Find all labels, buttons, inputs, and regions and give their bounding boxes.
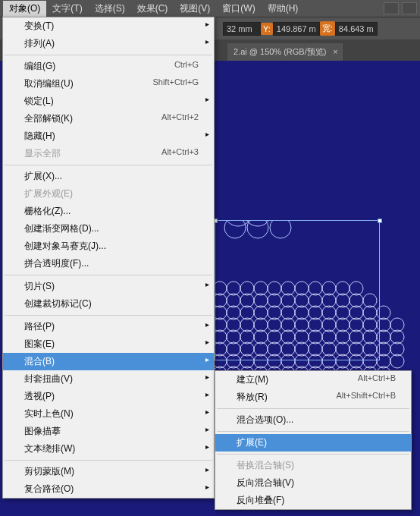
menu-item-label: 扩展(X)... [24, 170, 62, 183]
menu-item-label: 全部解锁(K) [24, 112, 73, 125]
selection-box [215, 220, 380, 360]
menu-separator [217, 454, 409, 455]
svg-point-68 [390, 330, 404, 344]
menu-separator [5, 55, 212, 55]
menu-separator [217, 431, 409, 432]
menu-item: 扩展外观(E) [3, 185, 214, 203]
menu-separator [217, 408, 409, 409]
menu-item-label: 文本绕排(W) [24, 442, 75, 455]
menu-item[interactable]: 混合(B) [3, 353, 214, 370]
menu-item-label: 隐藏(H) [24, 130, 55, 143]
menu-separator [5, 315, 212, 316]
menu-item-label: 变换(T) [24, 20, 54, 33]
menubar-item-view[interactable]: 视图(V) [174, 1, 216, 17]
menu-item-label: 混合(B) [24, 355, 55, 368]
menu-item[interactable]: 创建对象马赛克(J)... [3, 238, 214, 255]
selection-handle-tr[interactable] [378, 219, 382, 223]
menu-item[interactable]: 拼合透明度(F)... [3, 255, 214, 272]
menubar: 对象(O) 文字(T) 选择(S) 效果(C) 视图(V) 窗口(W) 帮助(H… [0, 0, 420, 17]
menu-item[interactable]: 切片(S) [3, 278, 214, 295]
menu-item[interactable]: 取消编组(U)Shift+Ctrl+G [3, 75, 214, 93]
menu-item-label: 复合路径(O) [24, 483, 74, 496]
menu-item-label: 封套扭曲(V) [24, 373, 73, 385]
menu-item-label: 透视(P) [24, 390, 55, 403]
menu-item[interactable]: 隐藏(H) [3, 127, 214, 145]
y-value[interactable]: 149.867 m [273, 22, 320, 36]
menu-item-label: 排列(A) [24, 37, 55, 50]
menu-item[interactable]: 编组(G)Ctrl+G [3, 58, 214, 75]
menubar-item-type[interactable]: 文字(T) [46, 1, 88, 17]
submenu-item[interactable]: 扩展(E) [215, 434, 411, 452]
submenu-item-shortcut: Alt+Shift+Ctrl+B [336, 391, 396, 404]
menu-item-label: 剪切蒙版(M) [24, 465, 74, 478]
submenu-item-label: 建立(M) [237, 373, 268, 386]
menu-item-label: 创建对象马赛克(J)... [24, 240, 106, 253]
tab-close-icon[interactable]: × [334, 48, 338, 56]
w-value[interactable]: 84.643 m [335, 22, 378, 36]
submenu-item[interactable]: 反向混合轴(V) [215, 474, 411, 492]
menu-item[interactable]: 栅格化(Z)... [3, 203, 214, 220]
menu-item[interactable]: 变换(T) [3, 17, 214, 35]
menu-item[interactable]: 透视(P) [3, 388, 214, 405]
menu-item[interactable]: 图案(E) [3, 335, 214, 353]
submenu-item-label: 反向混合轴(V) [237, 477, 294, 489]
y-label: Y: [261, 23, 273, 35]
arrange-icon[interactable] [402, 2, 417, 14]
menu-item-label: 栅格化(Z)... [24, 205, 71, 218]
menubar-item-effect[interactable]: 效果(C) [131, 1, 174, 17]
submenu-item-label: 扩展(E) [237, 436, 267, 449]
menu-item[interactable]: 创建裁切标记(C) [3, 295, 214, 313]
document-tab[interactable]: 2.ai @ 150% (RGB/预览) × [227, 43, 344, 61]
menu-item[interactable]: 封套扭曲(V) [3, 370, 214, 388]
w-label: 宽: [320, 21, 335, 36]
menu-item-label: 编组(G) [24, 60, 55, 73]
menu-item-shortcut: Shift+Ctrl+G [152, 77, 199, 90]
menu-item-label: 创建裁切标记(C) [24, 297, 92, 310]
menu-item-label: 显示全部 [24, 147, 61, 160]
tab-label: 2.ai @ 150% (RGB/预览) [234, 47, 326, 56]
menu-item[interactable]: 图像描摹 [3, 423, 214, 440]
menu-item-shortcut: Alt+Ctrl+2 [161, 112, 199, 125]
menu-item[interactable]: 全部解锁(K)Alt+Ctrl+2 [3, 110, 214, 127]
menu-item[interactable]: 排列(A) [3, 35, 214, 52]
submenu-item[interactable]: 反向堆叠(F) [215, 492, 411, 509]
svg-point-54 [390, 318, 404, 332]
submenu-item-label: 释放(R) [237, 391, 268, 404]
workspace-icon[interactable] [384, 2, 399, 14]
menu-item-label: 图案(E) [24, 338, 55, 351]
menu-item[interactable]: 文本绕排(W) [3, 440, 214, 458]
menu-item[interactable]: 剪切蒙版(M) [3, 463, 214, 480]
menu-item-label: 切片(S) [24, 280, 55, 293]
menu-item[interactable]: 创建渐变网格(D)... [3, 220, 214, 238]
x-value[interactable]: 32 mm [223, 22, 261, 36]
menu-item[interactable]: 锁定(L) [3, 93, 214, 110]
object-menu: 变换(T)排列(A)编组(G)Ctrl+G取消编组(U)Shift+Ctrl+G… [2, 17, 215, 499]
submenu-item-shortcut: Alt+Ctrl+B [358, 373, 396, 386]
svg-point-96 [390, 354, 404, 368]
menubar-item-help[interactable]: 帮助(H) [262, 1, 305, 17]
submenu-item-label: 替换混合轴(S) [237, 459, 294, 472]
submenu-item[interactable]: 释放(R)Alt+Shift+Ctrl+B [215, 389, 411, 406]
submenu-item: 替换混合轴(S) [215, 457, 411, 474]
menu-item-label: 扩展外观(E) [24, 187, 73, 200]
submenu-item[interactable]: 混合选项(O)... [215, 411, 411, 429]
menu-separator [5, 460, 212, 461]
menubar-item-window[interactable]: 窗口(W) [216, 1, 261, 17]
submenu-item[interactable]: 建立(M)Alt+Ctrl+B [215, 371, 411, 389]
menu-item: 显示全部Alt+Ctrl+3 [3, 145, 214, 162]
menu-item[interactable]: 复合路径(O) [3, 480, 214, 498]
menu-item-shortcut: Alt+Ctrl+3 [161, 147, 199, 160]
blend-submenu: 建立(M)Alt+Ctrl+B释放(R)Alt+Shift+Ctrl+B混合选项… [215, 370, 412, 510]
menu-item[interactable]: 实时上色(N) [3, 405, 214, 423]
submenu-item-label: 反向堆叠(F) [237, 494, 284, 507]
menu-item-label: 图像描摹 [24, 425, 61, 438]
menu-item-label: 取消编组(U) [24, 77, 74, 90]
menu-item[interactable]: 路径(P) [3, 318, 214, 335]
menubar-item-object[interactable]: 对象(O) [3, 1, 46, 17]
menu-item-label: 路径(P) [24, 320, 55, 333]
menu-separator [5, 165, 212, 165]
menubar-item-select[interactable]: 选择(S) [89, 1, 131, 17]
menu-item[interactable]: 扩展(X)... [3, 168, 214, 185]
svg-point-82 [390, 342, 404, 356]
menu-separator [5, 275, 212, 275]
